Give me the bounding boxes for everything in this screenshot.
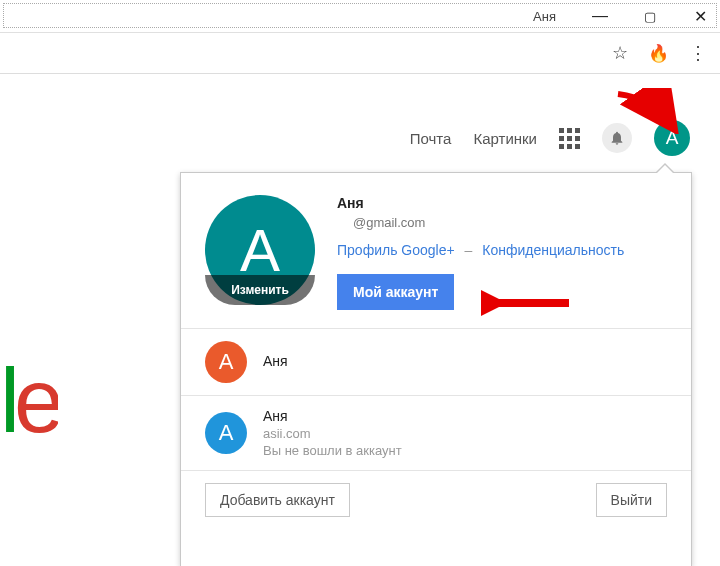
window-maximize-button[interactable]: ▢	[640, 9, 660, 24]
gmail-link[interactable]: Почта	[410, 130, 452, 147]
account-email: @gmail.com	[353, 215, 667, 230]
other-account-name: Аня	[263, 408, 402, 424]
apps-grid-icon[interactable]	[559, 128, 580, 149]
window-minimize-button[interactable]: —	[590, 7, 610, 25]
account-popup-header: А Изменить Аня @gmail.com Профиль Google…	[181, 173, 691, 329]
account-popup: А Изменить Аня @gmail.com Профиль Google…	[180, 172, 692, 566]
privacy-link[interactable]: Конфиденциальность	[482, 242, 624, 258]
account-links: Профиль Google+ – Конфиденциальность	[337, 242, 667, 258]
google-header: Почта Картинки А	[410, 120, 690, 156]
account-large-avatar[interactable]: А Изменить	[205, 195, 315, 305]
account-avatar-button[interactable]: А	[654, 120, 690, 156]
other-account-name: Аня	[263, 353, 288, 369]
other-account-row[interactable]: А Аня asii.com Вы не вошли в аккаунт	[181, 396, 691, 471]
window-title-bar: Аня — ▢ ✕	[0, 0, 720, 32]
sign-out-button[interactable]: Выйти	[596, 483, 667, 517]
add-account-button[interactable]: Добавить аккаунт	[205, 483, 350, 517]
other-account-sub: asii.com	[263, 426, 402, 441]
account-name: Аня	[337, 195, 667, 211]
account-popup-footer: Добавить аккаунт Выйти	[181, 471, 691, 521]
notifications-bell-icon[interactable]	[602, 123, 632, 153]
browser-toolbar: ☆ 🔥 ⋮	[0, 32, 720, 74]
google-logo-fragment: le	[0, 350, 58, 453]
images-link[interactable]: Картинки	[473, 130, 537, 147]
avatar-edit-label[interactable]: Изменить	[205, 275, 315, 305]
extension-fire-icon[interactable]: 🔥	[648, 43, 669, 64]
window-title: Аня	[533, 9, 556, 24]
other-account-note: Вы не вошли в аккаунт	[263, 443, 402, 458]
window-close-button[interactable]: ✕	[690, 7, 710, 26]
other-account-row[interactable]: А Аня	[181, 329, 691, 396]
other-account-avatar: А	[205, 341, 247, 383]
bookmark-star-icon[interactable]: ☆	[612, 42, 628, 64]
browser-menu-icon[interactable]: ⋮	[689, 42, 706, 64]
my-account-button[interactable]: Мой аккаунт	[337, 274, 454, 310]
google-plus-profile-link[interactable]: Профиль Google+	[337, 242, 455, 258]
other-account-avatar: А	[205, 412, 247, 454]
